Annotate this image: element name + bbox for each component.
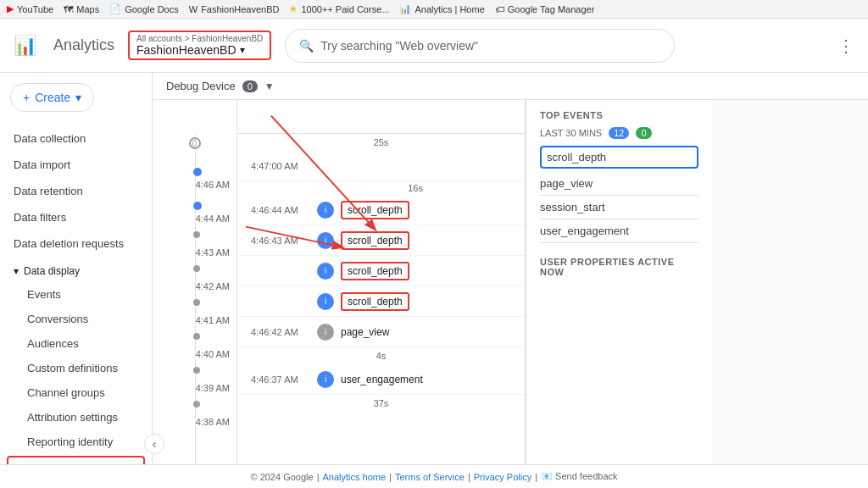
sidebar-item-label: Data collection	[14, 132, 86, 145]
event-entry-scroll3[interactable]: 4:46:43 AM i scroll_depth	[237, 225, 525, 256]
tab-youtube[interactable]: ▶ YouTube	[7, 3, 53, 14]
sidebar-item-data-collection[interactable]: Data collection	[0, 125, 152, 152]
footer-feedback[interactable]: 📧 Send feedback	[541, 471, 617, 482]
event-time: 4:46:42 AM	[251, 327, 310, 337]
top-events-title: TOP EVENTS	[540, 110, 698, 120]
event-entry-user-engagement[interactable]: 4:46:37 AM i user_engagement	[237, 364, 525, 395]
event-time: 4:46:43 AM	[251, 236, 310, 246]
debug-count-badge: 0	[242, 80, 258, 92]
event-entry-scroll1[interactable]: 4:47:00 AM	[237, 151, 525, 181]
timeline-item: 4:41 AM	[153, 303, 236, 337]
tab-fashion[interactable]: W FashionHeavenBD	[189, 4, 280, 14]
tab-analytics[interactable]: 📊 Analytics | Home	[399, 3, 484, 14]
timeline-item: 4:38 AM	[153, 405, 236, 439]
analytics-tab-icon: 📊	[399, 3, 411, 14]
timeline-item: 4:39 AM	[153, 371, 236, 405]
duration-25s: 25s	[237, 134, 525, 151]
sidebar-item-label: Data deletion requests	[14, 237, 124, 250]
sidebar-item-conversions[interactable]: Conversions	[0, 307, 152, 331]
sidebar-item-data-deletion[interactable]: Data deletion requests	[0, 230, 152, 257]
tab-maps-label: Maps	[76, 4, 99, 14]
group-label: Data display	[24, 265, 80, 277]
gtm-icon: 🏷	[495, 4, 504, 14]
sidebar-item-custom-definitions[interactable]: Custom definitions	[0, 356, 152, 380]
user-props-title: USER PROPERTIES ACTIVE NOW	[540, 257, 698, 277]
create-button[interactable]: + + Create Create ▾	[10, 83, 94, 112]
sidebar-item-data-filters[interactable]: Data filters	[0, 204, 152, 230]
search-bar[interactable]: 🔍 Try searching "Web overview"	[285, 29, 675, 63]
account-name-label: FashionHeavenBD	[136, 43, 236, 57]
event-entry-scroll5[interactable]: i scroll_depth	[237, 286, 525, 317]
account-name: FashionHeavenBD ▾	[136, 43, 263, 57]
app-title: Analytics	[53, 36, 114, 54]
event-icon: i	[317, 371, 334, 388]
sidebar-item-channel-groups[interactable]: Channel groups	[0, 380, 152, 405]
sidebar-item-reporting-identity[interactable]: Reporting identity	[0, 430, 152, 454]
maps-icon: 🗺	[64, 4, 73, 14]
sidebar-item-data-retention[interactable]: Data retention	[0, 178, 152, 204]
event-time: 4:47:00 AM	[251, 161, 310, 171]
more-options-icon[interactable]: ⋮	[837, 36, 854, 56]
top-event-page-view[interactable]: page_view	[540, 172, 698, 196]
event-entry-scroll2[interactable]: 4:46:44 AM i scroll_depth	[237, 195, 525, 225]
sidebar-item-debugview[interactable]: DebugView	[7, 456, 145, 464]
event-name-scroll-depth: scroll_depth	[341, 201, 409, 219]
footer-link-terms[interactable]: Terms of Service	[395, 472, 465, 482]
sidebar-item-label: Data retention	[14, 185, 83, 197]
analytics-logo-icon: 📊	[14, 35, 36, 57]
plus-icon: +	[23, 91, 30, 104]
account-selector[interactable]: All accounts > FashionHeavenBD FashionHe…	[128, 30, 271, 60]
count-badge-blue: 12	[609, 127, 629, 139]
event-time: 4:46:44 AM	[251, 205, 310, 215]
footer-link-privacy[interactable]: Privacy Policy	[474, 472, 531, 482]
sidebar-group-data-display[interactable]: ▾ Data display	[0, 260, 152, 282]
time-range-label: LAST 30 MINS	[540, 128, 602, 138]
tab-docs-label: Google Docs	[125, 4, 179, 14]
event-entry-scroll4[interactable]: i scroll_depth	[237, 256, 525, 286]
event-name-scroll-depth-3: scroll_depth	[341, 262, 409, 280]
top-event-user-engagement[interactable]: user_engagement	[540, 219, 698, 243]
sidebar-item-audiences[interactable]: Audiences	[0, 331, 152, 356]
timeline-item: 4:42 AM	[153, 269, 236, 303]
tab-fashion-label: FashionHeavenBD	[201, 4, 279, 14]
tab-paid-label: 1000++ Paid Corse...	[301, 4, 389, 14]
sidebar-item-events[interactable]: Events	[0, 282, 152, 307]
tab-analytics-label: Analytics | Home	[415, 4, 484, 14]
app-header: 📊 Analytics All accounts > FashionHeaven…	[0, 19, 868, 73]
event-icon: i	[317, 232, 334, 249]
count-badge-green: 0	[636, 127, 651, 139]
tab-paid[interactable]: ★ 1000++ Paid Corse...	[289, 3, 389, 14]
sidebar: + + Create Create ▾ Data collection Data…	[0, 73, 153, 464]
event-icon: i	[317, 263, 334, 280]
top-events-panel: TOP EVENTS LAST 30 MINS 12 0 scroll_dept…	[526, 100, 712, 464]
sidebar-item-data-import[interactable]: Data import	[0, 152, 152, 178]
wp-icon: W	[189, 4, 198, 14]
debug-view-container: 0 4:46 AM 4:44 AM 4:43 AM 4:42 AM 4:41 A…	[153, 100, 868, 464]
top-event-scroll-depth[interactable]: scroll_depth	[540, 146, 698, 169]
footer-link-analytics-home[interactable]: Analytics home	[323, 472, 387, 482]
search-placeholder: Try searching "Web overview"	[320, 39, 478, 53]
events-panel: 25s 4:47:00 AM 16s 4:46:44 AM i scroll_d…	[237, 100, 526, 464]
top-event-name: session_start	[540, 201, 605, 214]
collapse-sidebar-button[interactable]: ‹	[144, 434, 164, 454]
debug-dropdown-icon[interactable]: ▼	[264, 80, 275, 92]
tab-docs[interactable]: 📄 Google Docs	[109, 3, 179, 14]
top-event-name: scroll_depth	[547, 151, 606, 164]
app-container: 📊 Analytics All accounts > FashionHeaven…	[0, 19, 868, 488]
event-time: 4:46:37 AM	[251, 374, 310, 385]
debug-header: Debug Device 0 ▼	[153, 73, 868, 100]
expand-arrow-icon: ▾	[14, 265, 19, 277]
event-name-page-view: page_view	[341, 326, 389, 338]
sidebar-item-attribution-settings[interactable]: Attribution settings	[0, 405, 152, 430]
paid-icon: ★	[289, 3, 298, 14]
tab-maps[interactable]: 🗺 Maps	[64, 4, 99, 14]
event-icon: i	[317, 293, 334, 310]
event-entry-pageview[interactable]: 4:46:42 AM i page_view	[237, 317, 525, 347]
timeline-panel: 0 4:46 AM 4:44 AM 4:43 AM 4:42 AM 4:41 A…	[153, 100, 237, 464]
event-name-scroll-depth-4: scroll_depth	[341, 292, 409, 311]
create-chevron-icon: ▾	[75, 91, 81, 104]
tab-gtm[interactable]: 🏷 Google Tag Manager	[495, 4, 595, 14]
top-event-session-start[interactable]: session_start	[540, 196, 698, 219]
chevron-left-icon: ‹	[153, 437, 157, 451]
timeline-item: 4:43 AM	[153, 236, 236, 269]
